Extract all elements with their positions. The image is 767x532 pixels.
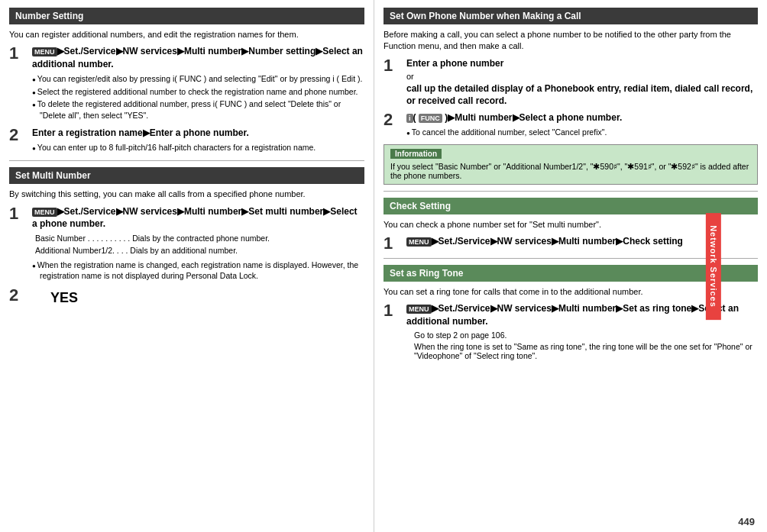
step2-bullet1: You can enter up to 8 full-pitch/16 half… <box>32 142 364 153</box>
own-step1-line3: call up the detailed display of a Phoneb… <box>406 82 758 108</box>
own-step2-content: i( FUNC )▶Multi number▶Select a phone nu… <box>406 111 758 139</box>
menu-icon: MENU <box>32 47 57 56</box>
menu-icon4: MENU <box>406 305 432 314</box>
info-box: Information If you select "Basic Number"… <box>384 144 758 185</box>
bullet3: To delete the registered additional numb… <box>32 98 364 121</box>
basic-number-row: Basic Number . . . . . . . . . . Dials b… <box>35 233 364 245</box>
ring-step1: 1 MENU▶Set./Service▶NW services▶Multi nu… <box>384 302 758 360</box>
own-step1-line1: Enter a phone number <box>406 57 758 70</box>
basic-number-label: Basic Number . . . . . . . . . . Dials b… <box>35 233 270 245</box>
number-setting-intro: You can register additional numbers, and… <box>9 29 364 40</box>
multi-step1-text: MENU▶Set./Service▶NW services▶Multi numb… <box>32 205 364 231</box>
ring-note1: Go to step 2 on page 106. <box>406 330 758 340</box>
multi-bullet1: When the registration name is changed, e… <box>32 260 364 282</box>
ring-step1-num: 1 <box>384 302 402 319</box>
check-setting-title: Check Setting <box>384 198 758 214</box>
ring-tone-section: Set as Ring Tone You can set a ring tone… <box>384 265 758 360</box>
step2-content: Enter a registration name▶Enter a phone … <box>32 127 364 154</box>
multi-step2: 2 YES <box>9 287 364 306</box>
check-step1-num: 1 <box>384 235 402 252</box>
multi-step1-content: MENU▶Set./Service▶NW services▶Multi numb… <box>32 205 364 283</box>
menu-icon3: MENU <box>406 237 432 247</box>
step2-text: Enter a registration name▶Enter a phone … <box>32 127 364 140</box>
own-step2: 2 i( FUNC )▶Multi number▶Select a phone … <box>384 111 758 139</box>
own-step1-num: 1 <box>384 57 402 74</box>
number-setting-title: Number Setting <box>9 8 364 24</box>
number-setting-section: Number Setting You can register addition… <box>9 8 364 154</box>
func-icon: i <box>173 74 174 83</box>
number-setting-step2: 2 Enter a registration name▶Enter a phon… <box>9 127 364 154</box>
additional-row: Additional Number1/2. . . . Dials by an … <box>35 245 364 257</box>
set-own-phone-section: Set Own Phone Number when Making a Call … <box>384 8 758 185</box>
func-btn3: FUNC <box>419 114 442 123</box>
own-step1-content: Enter a phone number or call up the deta… <box>406 57 758 108</box>
number-setting-step1: 1 MENU▶Set./Service▶NW services▶Multi nu… <box>9 45 364 122</box>
edit-label: Edit <box>339 74 358 83</box>
main-content: Number Setting You can register addition… <box>0 0 767 532</box>
yes-text: YES <box>50 290 364 306</box>
ring-tone-intro: You can set a ring tone for calls that c… <box>384 286 758 298</box>
step1-text: MENU▶Set./Service▶NW services▶Multi numb… <box>32 45 364 71</box>
multi-step1: 1 MENU▶Set./Service▶NW services▶Multi nu… <box>9 205 364 283</box>
set-own-phone-title: Set Own Phone Number when Making a Call <box>384 8 758 24</box>
bullet2: Select the registered additional number … <box>32 86 364 98</box>
check-setting-intro: You can check a phone number set for "Se… <box>384 219 758 231</box>
set-multi-number-section: Set Multi Number By switching this setti… <box>9 167 364 306</box>
own-step2-bullets: To cancel the additional number, select … <box>406 127 758 138</box>
set-own-phone-intro: Before making a call, you can select a p… <box>384 29 758 53</box>
basic-info-table: Basic Number . . . . . . . . . . Dials b… <box>35 233 364 257</box>
func-icon2: i <box>213 99 215 108</box>
info-box-label: Information <box>390 149 442 159</box>
additional-label: Additional Number1/2. . . . Dials by an … <box>35 245 238 257</box>
own-step1: 1 Enter a phone number or call up the de… <box>384 57 758 108</box>
func-icon3: i <box>406 114 413 123</box>
menu-icon2: MENU <box>32 208 57 217</box>
bullet1: You can register/edit also by pressing i… <box>32 73 364 85</box>
step2-bullets: You can enter up to 8 full-pitch/16 half… <box>32 142 364 153</box>
check-setting-section: Check Setting You can check a phone numb… <box>384 198 758 252</box>
ring-tone-title: Set as Ring Tone <box>384 265 758 282</box>
own-step1-or: or <box>406 72 758 81</box>
func-btn2: FUNC <box>220 99 242 108</box>
own-step2-bullet: To cancel the additional number, select … <box>406 127 758 138</box>
step1-bullets: You can register/edit also by pressing i… <box>32 73 364 121</box>
left-column: Number Setting You can register addition… <box>0 0 374 532</box>
multi-step1-num: 1 <box>9 205 28 222</box>
set-multi-number-intro: By switching this setting, you can make … <box>9 189 364 200</box>
ring-note2: When the ring tone is set to "Same as ri… <box>406 342 758 360</box>
check-step1: 1 MENU▶Set./Service▶NW services▶Multi nu… <box>384 235 758 252</box>
multi-step1-bullets: When the registration name is changed, e… <box>32 260 364 282</box>
right-column: Set Own Phone Number when Making a Call … <box>374 0 767 532</box>
set-multi-number-title: Set Multi Number <box>9 167 364 184</box>
step1-content: MENU▶Set./Service▶NW services▶Multi numb… <box>32 45 364 122</box>
own-step2-text: i( FUNC )▶Multi number▶Select a phone nu… <box>406 111 758 124</box>
sidebar-tab: Network Services <box>706 213 721 320</box>
multi-step2-content: YES <box>32 287 364 306</box>
edit-btn: i <box>332 74 334 83</box>
func-btn: FUNC <box>180 74 202 83</box>
step1-num: 1 <box>9 45 28 62</box>
multi-step2-num: 2 <box>9 287 28 304</box>
page-number: 449 <box>738 516 755 527</box>
own-step2-num: 2 <box>384 111 402 128</box>
info-box-text: If you select "Basic Number" or "Additio… <box>390 162 751 180</box>
step2-num: 2 <box>9 127 28 143</box>
